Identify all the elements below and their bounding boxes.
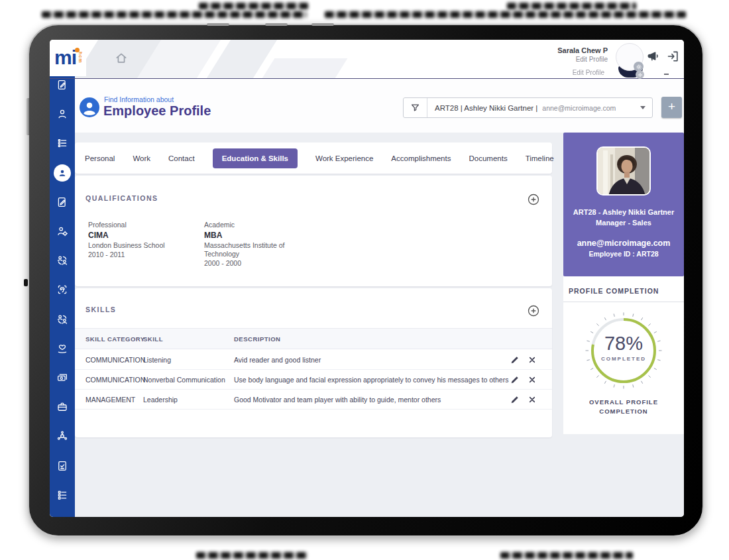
active-item-halo [54, 164, 71, 182]
profile-completion-title: PROFILE COMPLETION [569, 287, 659, 295]
delete-skill-button[interactable] [527, 394, 537, 405]
tab-education-skills[interactable]: Education & Skills [213, 148, 298, 168]
sidebar-item-payment[interactable] [50, 368, 75, 388]
skills-table-header: SKILL CATEGORY SKILL DESCRIPTION [75, 328, 552, 349]
column-skill: SKILL [143, 329, 163, 350]
tab-contact[interactable]: Contact [168, 154, 195, 162]
tablet-side-button [26, 98, 29, 135]
employee-search-combo[interactable]: ART28 | Ashley Nikki Gartner | anne@micr… [403, 97, 653, 118]
qualification-period: 2000 - 2000 [204, 259, 313, 267]
chevron-down-icon[interactable] [640, 106, 645, 109]
blurred-background-text [196, 552, 308, 559]
add-employee-button[interactable]: + [661, 97, 682, 118]
divider [563, 302, 684, 302]
sidebar-item-network[interactable] [50, 426, 75, 446]
qualification-item: Academic MBA Massachusetts Institute of … [204, 221, 313, 267]
qualification-name: MBA [204, 231, 313, 240]
employee-profile-icon [80, 97, 99, 117]
qualification-period: 2010 - 2011 [88, 251, 197, 258]
tablet-top-button [207, 23, 229, 26]
blurred-background-text [42, 11, 307, 18]
tab-work-experience[interactable]: Work Experience [315, 154, 373, 162]
tablet-top-button [265, 23, 288, 26]
blurred-background-text [199, 3, 308, 9]
delete-skill-button[interactable] [527, 355, 537, 365]
skill-row: COMMUNICATION Nonverbal Communication Us… [75, 370, 552, 390]
profile-completion-section: PROFILE COMPLETION 78% COMPLETED OVERALL… [563, 276, 684, 434]
sidebar-item-person[interactable] [50, 104, 75, 124]
app-header: Sarala Chew P Edit Profile Edit Profile [50, 40, 684, 78]
qualification-type: Professional [88, 221, 197, 229]
user-name: Sarala Chew P [557, 46, 608, 54]
home-icon[interactable] [115, 52, 128, 65]
add-qualification-button[interactable] [527, 193, 540, 206]
logo-subtext: hcm [78, 52, 83, 63]
tab-work[interactable]: Work [133, 154, 150, 162]
sidebar-item-person-gear[interactable] [50, 221, 75, 241]
skill-category-cell: COMMUNICATION [85, 370, 145, 390]
sidebar-item-fingerprint[interactable] [50, 280, 75, 300]
announcements-icon[interactable] [647, 50, 661, 63]
ghost-mark [664, 74, 669, 75]
completion-percent: 78% [581, 333, 667, 355]
page-title: Employee Profile [103, 103, 211, 119]
sidebar-item-people-swap[interactable] [50, 251, 75, 270]
edit-skill-button[interactable] [510, 394, 520, 405]
skills-title: SKILLS [85, 306, 116, 313]
page-eyebrow: Find Information about [104, 95, 174, 103]
qualifications-section: QUALIFICATIONS Professional CIMA London … [75, 176, 552, 286]
tab-personal[interactable]: Personal [85, 154, 115, 162]
sidebar-item-profile-person[interactable] [50, 163, 75, 183]
sidebar-item-doc-check[interactable] [50, 456, 75, 476]
employee-id: Employee ID : ART28 [563, 250, 684, 258]
sidebar-item-doc-edit-2[interactable] [50, 192, 75, 212]
edit-profile-link[interactable]: Edit Profile [557, 56, 608, 63]
header-pattern [262, 58, 348, 78]
selected-employee-email: anne@microimage.com [542, 104, 616, 112]
employee-role: Manager - Sales [563, 219, 684, 227]
skills-section: SKILLS SKILL CATEGORY SKILL DESCRIPTION … [75, 288, 552, 437]
edit-skill-button[interactable] [510, 374, 520, 385]
header-divider [50, 78, 684, 79]
skill-description-cell: Good Motivator and team player with abil… [234, 390, 441, 410]
logout-icon[interactable] [667, 50, 680, 63]
edit-skill-button[interactable] [510, 355, 520, 365]
blurred-background-text [325, 11, 686, 18]
sidebar-item-people-swap-2[interactable] [50, 309, 75, 329]
employee-photo [596, 146, 651, 196]
user-block[interactable]: Sarala Chew P Edit Profile [557, 46, 608, 63]
tab-timeline[interactable]: Timeline [526, 154, 554, 162]
tab-accomplishments[interactable]: Accomplishments [391, 154, 451, 162]
skill-category-cell: COMMUNICATION [85, 350, 145, 370]
sidebar-item-checklist[interactable] [50, 485, 75, 505]
blurred-background-text [500, 552, 633, 559]
column-skill-category: SKILL CATEGORY [85, 329, 145, 350]
tablet-top-button [311, 23, 334, 26]
sidebar-item-briefcase[interactable] [50, 397, 75, 417]
blurred-background-text [507, 3, 636, 9]
profile-tabs: Personal Work Contact Education & Skills… [75, 142, 552, 174]
qualifications-title: QUALIFICATIONS [85, 194, 158, 202]
column-description: DESCRIPTION [234, 329, 280, 350]
filter-icon[interactable] [404, 98, 427, 117]
skill-category-cell: MANAGEMENT [85, 390, 135, 410]
tablet-side-switch [24, 279, 28, 286]
skill-cell: Leadership [143, 390, 178, 410]
tab-documents[interactable]: Documents [469, 154, 507, 162]
qualification-institution: Massachusetts Institute of Technology [204, 241, 290, 258]
qualification-type: Academic [204, 221, 313, 229]
skill-row: MANAGEMENT Leadership Good Motivator and… [75, 390, 552, 410]
ghost-edit-profile-label: Edit Profile [573, 69, 604, 76]
sidebar-nav [50, 76, 75, 517]
app-logo[interactable]: mi hcm [50, 40, 86, 76]
employee-summary-card: ART28 - Ashley Nikki Gartner Manager - S… [563, 133, 684, 276]
tablet-screen: Sarala Chew P Edit Profile Edit Profile [50, 40, 684, 517]
sidebar-item-heart-care[interactable] [50, 339, 75, 359]
logo-text: mi [54, 46, 76, 69]
delete-skill-button[interactable] [527, 374, 537, 385]
add-skill-button[interactable] [527, 304, 540, 317]
skill-description-cell: Avid reader and good listner [234, 350, 321, 370]
caption-line-2: COMPLETION [563, 407, 684, 416]
sidebar-item-list[interactable] [50, 133, 75, 153]
ghost-gear-icon [636, 70, 644, 79]
